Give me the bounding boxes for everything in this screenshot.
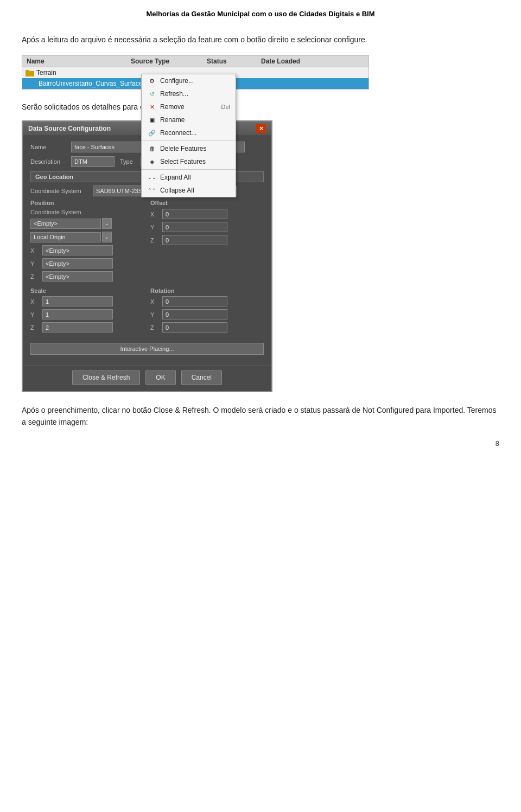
intro-text: Após a leitura do arquivo é necessária a… xyxy=(22,34,499,46)
pos-x-input[interactable] xyxy=(42,245,113,255)
menu-divider xyxy=(142,140,236,141)
menu-collapse-all[interactable]: ⌃⌃ Collapse All xyxy=(142,184,236,197)
col-status-header: Status xyxy=(207,57,261,65)
close-refresh-button[interactable]: Close & Refresh xyxy=(72,370,140,385)
remove-shortcut: Del xyxy=(221,104,230,110)
scale-rotation-section: Scale X Y Z Rotation xyxy=(30,287,264,335)
pos-y-input[interactable] xyxy=(42,258,113,268)
refresh-icon: ↺ xyxy=(147,89,157,98)
position-offset-section: Position Coordinate System ⌄ ⌄ xyxy=(30,200,264,284)
off-y-input[interactable] xyxy=(162,222,227,232)
pos-z-label: Z xyxy=(30,273,42,280)
menu-refresh-label: Refresh... xyxy=(160,90,188,98)
rot-z-input[interactable] xyxy=(162,322,227,333)
collapse-all-icon: ⌃⌃ xyxy=(147,186,157,195)
dialog-close-button[interactable]: ✕ xyxy=(256,124,266,133)
off-z-label: Z xyxy=(150,237,162,244)
local-origin-btn[interactable]: ⌄ xyxy=(102,232,112,242)
cancel-button[interactable]: Cancel xyxy=(181,370,222,385)
terrain-row-name: Terrain xyxy=(36,69,56,76)
off-y-label: Y xyxy=(150,224,162,231)
svg-rect-1 xyxy=(26,70,29,72)
off-x-input[interactable] xyxy=(162,209,227,219)
description-label: Description xyxy=(30,158,71,165)
interactive-placing-button[interactable]: Interactive Placing... xyxy=(30,343,264,355)
scale-z-label: Z xyxy=(30,324,42,331)
reconnect-icon: 🔗 xyxy=(147,129,157,137)
scale-x-label: X xyxy=(30,298,42,305)
rotation-label: Rotation xyxy=(150,287,264,294)
bottom-text: Após o preenchimento, clicar no botão Cl… xyxy=(22,404,499,429)
table-screenshot-area: Name Source Type Status Date Loaded Terr… xyxy=(22,55,499,89)
rotation-section: Rotation X Y Z xyxy=(150,287,264,335)
scale-label: Scale xyxy=(30,287,144,294)
rot-y-input[interactable] xyxy=(162,309,227,319)
pos-z-input[interactable] xyxy=(42,271,113,282)
dialog-wrapper: Data Source Configuration ✕ Name Source … xyxy=(22,120,499,392)
menu-expand-all[interactable]: ⌄⌄ Expand All xyxy=(142,171,236,184)
menu-select-features[interactable]: ◈ Select Features xyxy=(142,155,236,168)
scale-section: Scale X Y Z xyxy=(30,287,144,335)
local-origin-input[interactable] xyxy=(30,232,101,242)
local-origin-row: ⌄ xyxy=(30,232,144,242)
page-header: Melhorias da Gestão Municipal com o uso … xyxy=(22,0,499,34)
context-menu: ⚙ Configure... ↺ Refresh... ✕ Remove Del… xyxy=(141,74,236,197)
page-number: 8 xyxy=(22,439,499,447)
menu-reconnect[interactable]: 🔗 Reconnect... xyxy=(142,126,236,139)
ok-button[interactable]: OK xyxy=(145,370,175,385)
col-date-header: Date Loaded xyxy=(261,57,342,65)
configure-icon: ⚙ xyxy=(147,76,157,85)
pos-y-row: Y xyxy=(30,258,144,268)
rot-z-label: Z xyxy=(150,324,162,331)
rot-z-row: Z xyxy=(150,322,264,333)
menu-collapse-all-label: Collapse All xyxy=(160,187,194,194)
coord-empty-row: ⌄ xyxy=(30,218,144,229)
menu-rename-label: Rename xyxy=(160,116,185,124)
rot-x-label: X xyxy=(150,298,162,305)
name-input[interactable] xyxy=(71,142,142,152)
off-x-row: X xyxy=(150,209,264,219)
coord-empty-select: ⌄ xyxy=(30,218,112,229)
offset-title: Offset xyxy=(150,200,264,206)
scale-y-label: Y xyxy=(30,311,42,318)
off-x-label: X xyxy=(150,211,162,218)
position-title: Position xyxy=(30,200,144,206)
menu-divider2 xyxy=(142,169,236,170)
rot-x-input[interactable] xyxy=(162,296,227,306)
menu-configure[interactable]: ⚙ Configure... xyxy=(142,74,236,87)
coord-empty-btn[interactable]: ⌄ xyxy=(102,218,112,229)
table-header: Name Source Type Status Date Loaded xyxy=(22,56,368,67)
menu-delete-features[interactable]: 🗑 Delete Features xyxy=(142,142,236,155)
coord-system-label: Coordinate System xyxy=(30,188,93,194)
coord-system2-row: Coordinate System xyxy=(30,209,144,215)
position-section: Position Coordinate System ⌄ ⌄ xyxy=(30,200,144,284)
menu-remove[interactable]: ✕ Remove Del xyxy=(142,100,236,113)
menu-refresh[interactable]: ↺ Refresh... xyxy=(142,87,236,100)
pos-x-row: X xyxy=(30,245,144,255)
off-z-input[interactable] xyxy=(162,235,227,245)
menu-remove-label: Remove xyxy=(160,103,185,111)
expand-all-icon: ⌄⌄ xyxy=(147,173,157,182)
pos-x-label: X xyxy=(30,247,42,254)
off-y-row: Y xyxy=(150,222,264,232)
scale-x-input[interactable] xyxy=(42,296,113,306)
rename-icon: ▣ xyxy=(147,116,157,124)
coord-empty-input[interactable] xyxy=(30,219,101,229)
section2-text: Serão solicitados os detalhes para o nov… xyxy=(22,101,499,113)
select-features-icon: ◈ xyxy=(147,157,157,166)
type-label: Type xyxy=(120,158,141,165)
folder-icon xyxy=(26,69,34,76)
scale-y-input[interactable] xyxy=(42,309,113,319)
menu-select-features-label: Select Features xyxy=(160,158,206,165)
col-name-header: Name xyxy=(22,57,131,65)
scale-x-row: X xyxy=(30,296,144,306)
offset-section: Offset X Y Z xyxy=(150,200,264,284)
delete-features-icon: 🗑 xyxy=(147,144,157,153)
scale-z-row: Z xyxy=(30,322,144,333)
description-input[interactable] xyxy=(71,156,115,167)
col-source-header: Source Type xyxy=(131,57,207,65)
scale-z-input[interactable] xyxy=(42,322,113,333)
menu-rename[interactable]: ▣ Rename xyxy=(142,113,236,126)
menu-reconnect-label: Reconnect... xyxy=(160,129,196,137)
pos-z-row: Z xyxy=(30,271,144,282)
